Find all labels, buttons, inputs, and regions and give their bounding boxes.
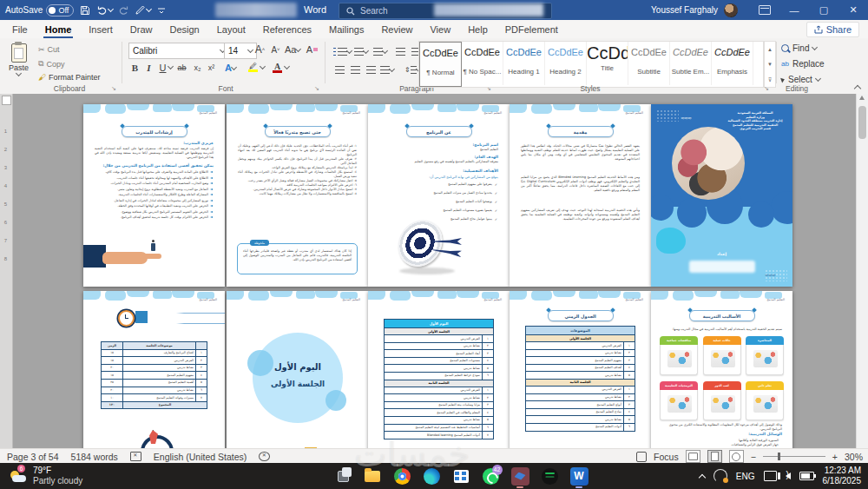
ribbon-display-options-button[interactable] [750,0,779,20]
undo-button[interactable] [96,5,113,16]
page-3[interactable]: التعليم المدمج عن البرنامج اسم البرنامج:… [368,104,510,287]
scroll-up-arrow-icon[interactable] [859,96,865,100]
style-card[interactable]: CcDdEe Heading 1 [503,42,545,85]
clipboard-dialog-launcher[interactable]: ↘ [111,85,116,92]
print-layout-button[interactable] [707,450,722,463]
file-explorer-button[interactable] [361,465,384,487]
ribbon-tab[interactable]: Design [161,20,207,38]
editor-icon[interactable] [259,452,270,461]
word-count[interactable]: 5184 words [71,452,118,462]
multilevel-list-button[interactable] [373,44,387,58]
language-indicator[interactable]: English (United States) [154,452,247,462]
vertical-scrollbar[interactable] [856,94,868,448]
highlight-color-button[interactable]: 🖉︎ [247,60,260,74]
style-card[interactable]: CcDdEe Emphasis [712,42,753,85]
scrollbar-thumb[interactable] [858,106,866,139]
ribbon-tab[interactable]: File [3,20,36,38]
language-switcher[interactable]: ENG [736,472,755,481]
ribbon-tab[interactable]: Draw [122,20,161,38]
styles-gallery-scroll[interactable]: ▲▼⊽ [764,41,776,88]
bold-button[interactable]: B [128,61,141,75]
style-card[interactable]: CcDdEe Subtle Em... [670,42,712,85]
ribbon-tab[interactable]: Help [459,20,496,38]
clear-formatting-button[interactable]: A [306,43,319,56]
cut-button[interactable]: ✂Cut [38,45,60,54]
page-indicator[interactable]: Page 3 of 54 [7,452,59,462]
align-right-button[interactable] [333,63,346,76]
page-1[interactable]: التعليم المدمج إرشادات للمتدرب عزيزي الم… [83,104,225,287]
zoom-in-button[interactable]: + [832,452,838,462]
customize-qat-button[interactable] [157,6,166,15]
zoom-out-button[interactable]: − [751,452,756,462]
change-case-button[interactable]: Aa [285,43,300,56]
subscript-button[interactable]: x₂ [191,61,204,75]
clock-widget[interactable]: 12:23 AM 6/18/2025 [823,466,862,486]
pen-dropdown-chevron-icon[interactable] [146,6,152,12]
save-button[interactable] [80,5,90,16]
format-painter-button[interactable]: 🖌︎Format Painter [38,73,101,82]
microsoft-store-button[interactable] [450,465,472,487]
replace-button[interactable]: abReplace [781,59,825,69]
zoom-slider-thumb[interactable] [778,453,780,460]
user-avatar[interactable] [724,3,738,17]
draw-pen-button[interactable] [135,5,151,15]
page-8[interactable]: التعليم المدمج اليوم الأول الجلسة الأولى… [368,291,510,448]
ribbon-tab[interactable]: View [421,20,459,38]
font-dialog-launcher[interactable]: ↘ [314,85,319,92]
font-size-combo[interactable]: 14 [224,43,257,59]
read-mode-button[interactable] [686,450,700,463]
zoom-percentage[interactable]: 30% [845,452,863,462]
copy-button[interactable]: ⧉Copy [38,59,64,69]
shrink-font-button[interactable]: A˅ [269,43,282,56]
font-color-button[interactable]: A [271,60,284,74]
underline-button[interactable]: U [156,61,169,75]
decrease-indent-button[interactable] [394,44,407,58]
battery-icon[interactable] [799,472,814,480]
vertical-ruler[interactable]: 12345678 [0,94,13,448]
zoom-slider[interactable] [763,456,825,457]
redo-button-disabled[interactable] [119,5,129,16]
proofing-errors-icon[interactable] [130,452,141,461]
grow-font-button[interactable]: A˄ [253,43,266,56]
user-name[interactable]: Youssef Farghaly [651,5,718,15]
style-card[interactable]: CcDdEe Subtitle [628,42,670,85]
style-card[interactable]: CcDdEe Heading 2 [545,42,587,85]
align-left-button[interactable] [365,63,378,76]
weather-widget[interactable]: 6 79°F Partly cloudy [9,466,82,486]
ribbon-tab[interactable]: References [254,20,320,38]
undo-dropdown-chevron-icon[interactable] [108,6,114,12]
text-effects-button[interactable]: A [224,61,237,75]
highlight-chevron-icon[interactable] [260,63,266,69]
network-display-icon[interactable] [764,471,777,481]
style-card[interactable]: CcDdEe ¶ Normal [419,42,462,87]
whatsapp-button[interactable]: 42 [479,465,502,487]
superscript-button[interactable]: x² [205,61,218,75]
autosave-switch[interactable]: Off [46,4,74,17]
task-view-button[interactable] [332,465,354,487]
style-card[interactable]: CcDdEe Title [587,42,628,85]
collapse-ribbon-chevron-icon[interactable] [854,83,861,90]
spotify-button[interactable] [538,465,561,487]
chrome-button[interactable] [391,465,413,487]
page-6[interactable]: التعليم المدمج الجدول الزمني للجلسة موضو… [83,291,225,448]
page-2[interactable]: التعليم المدمج حتى تصبح متدربًا فعالاً ١… [227,104,368,287]
speaker-icon[interactable] [786,472,791,479]
align-center-button[interactable] [349,63,362,76]
style-card[interactable]: CcDdEe ¶ No Spac... [462,42,503,85]
strikethrough-button[interactable]: ab [175,61,188,75]
ribbon-tab[interactable]: Layout [208,20,254,38]
select-button[interactable]: Select [781,75,820,84]
ribbon-tab[interactable]: Insert [80,20,122,38]
page-7[interactable]: التعليم المدمج اليوم الأول الجلسة الأولى [227,291,368,448]
page-5-cover[interactable]: ≈≈≈ المملكة العربية السعودية وزارة التعل… [651,104,792,287]
share-button[interactable]: Share [806,22,859,37]
bullets-button[interactable] [333,44,352,58]
numbering-button[interactable] [354,44,368,58]
find-button[interactable]: Find [781,43,817,53]
word-taskbar-button[interactable]: W [568,465,590,487]
paste-button[interactable]: Paste [9,43,29,76]
maximize-button[interactable]: ▢ [809,0,838,20]
mail-app-button[interactable] [509,465,531,487]
hidden-icons-chevron-icon[interactable] [699,473,706,480]
font-family-combo[interactable]: Calibri [128,43,229,59]
